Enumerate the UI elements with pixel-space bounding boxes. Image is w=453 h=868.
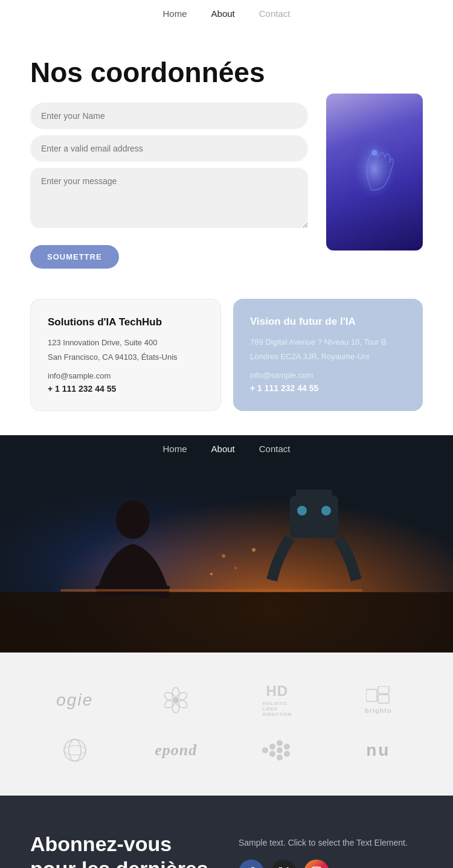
big-nav-contact[interactable]: Contact xyxy=(259,444,291,454)
footer-sample-text: Sample text. Click to select the Text El… xyxy=(239,838,408,847)
svg-point-34 xyxy=(269,744,275,750)
big-image-section: Home About Contact xyxy=(0,435,453,653)
svg-point-38 xyxy=(277,755,283,761)
email-input[interactable] xyxy=(30,135,308,162)
svg-point-18 xyxy=(252,548,255,552)
x-twitter-button[interactable] xyxy=(271,860,297,868)
svg-point-17 xyxy=(210,573,213,575)
svg-point-26 xyxy=(173,698,178,703)
logo-epond: epond xyxy=(155,741,197,759)
hand-hologram-icon xyxy=(350,136,399,208)
footer-right: Sample text. Click to select the Text El… xyxy=(239,832,423,868)
big-nav-home[interactable]: Home xyxy=(163,444,187,454)
card-blue-email: info@sample.com xyxy=(250,371,406,380)
facebook-button[interactable] xyxy=(239,860,264,868)
svg-rect-29 xyxy=(378,695,389,703)
message-input[interactable] xyxy=(30,168,308,228)
card-blue-title: Vision du futur de l'IA xyxy=(250,316,406,328)
email-field-group xyxy=(30,135,308,162)
card-white: Solutions d'IA TechHub 123 Innovation Dr… xyxy=(30,299,221,412)
svg-point-10 xyxy=(116,500,150,539)
svg-point-35 xyxy=(269,751,275,757)
svg-rect-12 xyxy=(296,490,332,502)
svg-rect-19 xyxy=(60,589,362,592)
logo-ogie: ogie xyxy=(56,691,93,710)
submit-button[interactable]: SOUMETTRE xyxy=(30,245,119,269)
footer-heading: Abonnez-vous pour les dernières mises à … xyxy=(30,832,214,868)
svg-rect-28 xyxy=(378,686,389,694)
svg-point-14 xyxy=(321,506,331,515)
card-blue-address1: 789 Digital Avenue ? Niveau 10, Tour B xyxy=(250,336,406,349)
svg-rect-27 xyxy=(366,689,377,701)
hero-section: Nos coordonnées SOUMETTRE xyxy=(0,27,453,293)
svg-rect-9 xyxy=(0,592,453,653)
logo-circle xyxy=(60,735,90,765)
hero-image xyxy=(326,94,423,251)
page-title: Nos coordonnées xyxy=(30,57,308,88)
card-blue-phone: + 1 111 232 44 55 xyxy=(250,383,406,393)
svg-point-13 xyxy=(297,506,307,515)
main-nav: Home About Contact xyxy=(0,0,453,27)
svg-point-37 xyxy=(277,740,283,746)
hero-left: Nos coordonnées SOUMETTRE xyxy=(30,57,308,269)
hero-right xyxy=(326,94,423,251)
svg-point-2 xyxy=(368,147,381,159)
card-blue-address2: Londres EC2A 3JR, Royaume-Uni xyxy=(250,351,406,363)
svg-point-15 xyxy=(222,554,225,558)
big-image-nav: Home About Contact xyxy=(0,444,453,454)
logo-flower xyxy=(161,685,191,715)
card-white-address1: 123 Innovation Drive, Suite 400 xyxy=(48,337,204,349)
robot-human-scene xyxy=(0,435,453,653)
card-white-address2: San Francisco, CA 94103, États-Unis xyxy=(48,351,204,364)
svg-point-32 xyxy=(64,745,86,755)
nav-home[interactable]: Home xyxy=(163,8,187,19)
contact-cards: Solutions d'IA TechHub 123 Innovation Dr… xyxy=(0,293,453,436)
logos-section: ogie HD HOLISTICLIFESDIRECTION brighto xyxy=(0,653,453,796)
svg-rect-11 xyxy=(290,496,338,538)
svg-point-16 xyxy=(234,567,237,569)
big-nav-about[interactable]: About xyxy=(211,444,235,454)
svg-point-40 xyxy=(284,751,290,757)
logo-hd: HD HOLISTICLIFESDIRECTION xyxy=(263,683,292,717)
logo-brighto: brighto xyxy=(365,686,392,714)
social-icons xyxy=(239,860,329,868)
footer-left: Abonnez-vous pour les dernières mises à … xyxy=(30,832,214,868)
nav-about[interactable]: About xyxy=(211,8,235,19)
footer-section: Abonnez-vous pour les dernières mises à … xyxy=(0,796,453,868)
svg-point-36 xyxy=(277,747,283,753)
card-white-email: info@sample.com xyxy=(48,371,204,380)
footer-top: Abonnez-vous pour les dernières mises à … xyxy=(30,832,423,868)
svg-point-33 xyxy=(262,747,268,753)
logo-nu: nu xyxy=(366,741,390,760)
nav-contact[interactable]: Contact xyxy=(259,8,291,19)
svg-point-30 xyxy=(64,739,86,761)
card-white-phone: + 1 111 232 44 55 xyxy=(48,384,204,394)
message-field-group xyxy=(30,168,308,231)
card-white-title: Solutions d'IA TechHub xyxy=(48,316,204,328)
name-input[interactable] xyxy=(30,103,308,129)
card-blue: Vision du futur de l'IA 789 Digital Aven… xyxy=(233,299,423,412)
big-image-bg xyxy=(0,435,453,653)
svg-point-31 xyxy=(69,739,81,761)
logo-dots xyxy=(259,738,295,762)
hero-image-inner xyxy=(326,94,423,251)
svg-point-39 xyxy=(284,744,290,750)
instagram-button[interactable] xyxy=(304,860,329,868)
name-field-group xyxy=(30,103,308,129)
